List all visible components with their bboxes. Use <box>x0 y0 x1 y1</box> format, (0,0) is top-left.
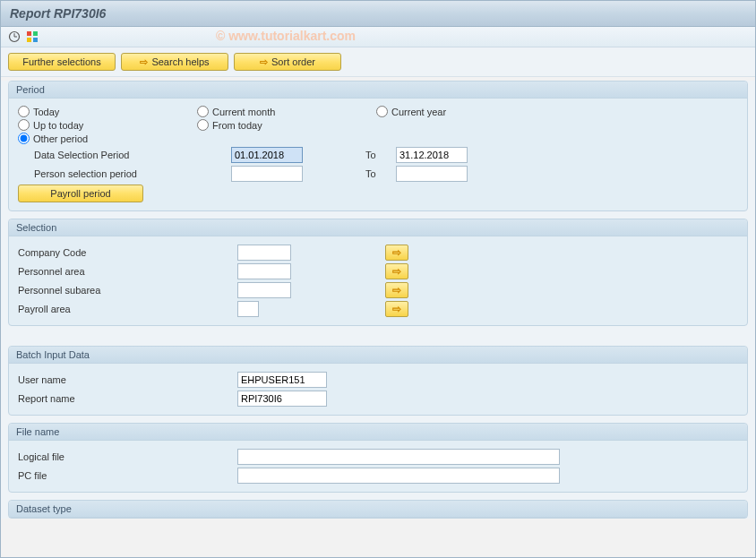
data-selection-to-label: To <box>365 150 396 160</box>
radio-from-today[interactable]: From today <box>197 119 340 131</box>
report-name-input[interactable] <box>237 391 327 407</box>
search-helps-label: Search helps <box>151 56 209 67</box>
svg-rect-3 <box>27 31 31 36</box>
sort-order-button[interactable]: ⇨ Sort order <box>234 53 341 71</box>
company-code-input[interactable] <box>237 245 291 261</box>
pc-file-label: PC file <box>18 470 237 481</box>
svg-rect-5 <box>27 38 31 42</box>
execute-icon[interactable] <box>8 30 21 43</box>
period-group: Period Today Current month Current year … <box>8 81 748 211</box>
data-selection-to-input[interactable] <box>396 147 468 163</box>
file-name-group: File name Logical file PC file <box>8 423 748 493</box>
company-code-label: Company Code <box>18 247 237 258</box>
radio-today-label: Today <box>33 107 59 117</box>
report-name-label: Report name <box>18 393 237 404</box>
further-selections-button[interactable]: Further selections <box>8 53 116 71</box>
person-selection-period-label: Person selection period <box>34 168 231 179</box>
personnel-subarea-input[interactable] <box>237 282 291 298</box>
radio-current-year[interactable]: Current year <box>376 106 520 117</box>
color-legend-icon[interactable] <box>26 30 39 43</box>
personnel-subarea-label: Personnel subarea <box>18 285 237 296</box>
arrow-right-icon: ⇨ <box>260 56 268 68</box>
personnel-area-input[interactable] <box>237 263 291 279</box>
personnel-area-label: Personnel area <box>18 266 237 277</box>
radio-other-period[interactable]: Other period <box>18 133 161 144</box>
action-toolbar: Further selections ⇨ Search helps ⇨ Sort… <box>1 47 755 77</box>
selection-group-title: Selection <box>9 219 747 236</box>
svg-rect-4 <box>33 31 38 36</box>
radio-up-to-today[interactable]: Up to today <box>18 119 161 131</box>
payroll-period-button[interactable]: Payroll period <box>18 185 143 202</box>
file-name-group-title: File name <box>9 424 747 441</box>
person-selection-to-input[interactable] <box>396 166 468 182</box>
dataset-type-group-title: Dataset type <box>9 501 747 518</box>
search-helps-button[interactable]: ⇨ Search helps <box>121 53 228 71</box>
data-selection-period-label: Data Selection Period <box>34 150 231 160</box>
company-code-multi-select-icon[interactable]: ⇨ <box>385 245 408 261</box>
radio-today[interactable]: Today <box>18 106 161 117</box>
user-name-input[interactable] <box>237 372 327 388</box>
personnel-subarea-multi-select-icon[interactable]: ⇨ <box>385 282 408 298</box>
icon-toolbar: © www.tutorialkart.com <box>1 27 755 47</box>
radio-current-month-label: Current month <box>212 107 275 117</box>
batch-input-group: Batch Input Data User name Report name <box>8 346 748 416</box>
svg-rect-6 <box>33 38 38 42</box>
radio-current-month[interactable]: Current month <box>197 106 340 117</box>
watermark: © www.tutorialkart.com <box>216 29 356 43</box>
user-name-label: User name <box>18 374 237 385</box>
batch-input-group-title: Batch Input Data <box>9 347 747 364</box>
payroll-area-label: Payroll area <box>18 304 237 314</box>
person-selection-from-input[interactable] <box>231 166 303 182</box>
sort-order-label: Sort order <box>271 56 315 67</box>
data-selection-from-input[interactable] <box>231 147 303 163</box>
logical-file-input[interactable] <box>237 449 560 465</box>
radio-other-period-label: Other period <box>33 133 88 144</box>
radio-current-year-label: Current year <box>391 107 446 117</box>
dataset-type-group: Dataset type <box>8 500 748 519</box>
period-group-title: Period <box>9 82 747 99</box>
window-title: Report RPI730I6 <box>1 1 755 27</box>
arrow-right-icon: ⇨ <box>140 56 148 68</box>
personnel-area-multi-select-icon[interactable]: ⇨ <box>385 263 408 279</box>
person-selection-to-label: To <box>365 168 396 179</box>
logical-file-label: Logical file <box>18 451 237 462</box>
pc-file-input[interactable] <box>237 468 560 484</box>
radio-from-today-label: From today <box>212 120 262 131</box>
radio-up-to-today-label: Up to today <box>33 120 83 131</box>
payroll-area-input[interactable] <box>237 301 259 317</box>
selection-group: Selection Company Code ⇨ Personnel area … <box>8 219 748 326</box>
payroll-area-multi-select-icon[interactable]: ⇨ <box>385 301 408 317</box>
